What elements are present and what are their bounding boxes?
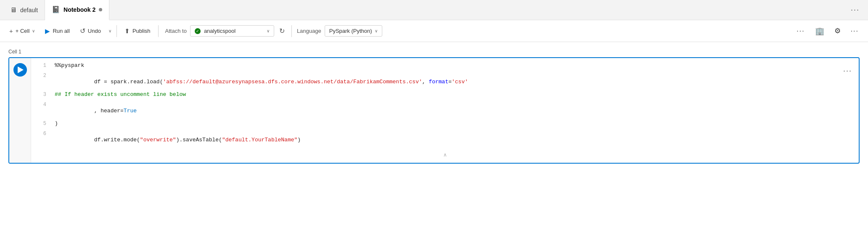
line-4-code[interactable]: , header=True — [55, 101, 137, 120]
line-num-2: 2 — [36, 73, 46, 79]
line-num-1: 1 — [36, 63, 46, 69]
divider-2 — [158, 25, 159, 37]
code-line-6: 6 df.write.mode("overwrite").saveAsTable… — [31, 130, 859, 149]
undo-icon: ↺ — [80, 27, 85, 35]
line-6-code[interactable]: df.write.mode("overwrite").saveAsTable("… — [55, 130, 301, 149]
code-line-3: 3 ## If header exists uncomment line bel… — [31, 91, 859, 101]
tab-notebook2[interactable]: 📓 Notebook 2 — [45, 0, 109, 20]
run-triangle-icon — [18, 66, 24, 73]
collapse-icon: ∧ — [443, 152, 447, 158]
attach-section: Attach to analyticspool ∨ — [165, 25, 274, 37]
code-line-5: 5 ) — [31, 120, 859, 130]
run-icon: ▶ — [45, 27, 50, 35]
line-num-6: 6 — [36, 131, 46, 137]
refresh-button[interactable]: ↻ — [276, 24, 288, 37]
line-1-code[interactable]: %%pyspark — [55, 62, 84, 69]
notebook-icon: 📓 — [52, 5, 60, 13]
cell-dropdown-arrow: ∨ — [32, 29, 35, 33]
toolbar: + + Cell ∨ ▶ Run all ↺ Undo ∨ ⬆ Publish … — [0, 20, 868, 42]
pool-dropdown[interactable]: analyticspool ∨ — [190, 25, 274, 37]
toolbar-end-more-button[interactable]: ··· — [847, 25, 863, 37]
line-num-3: 3 — [36, 92, 46, 98]
cell-code-area: ··· 1 %%pyspark 2 df = spark.read.load('… — [31, 58, 859, 163]
add-cell-label: + Cell — [16, 28, 30, 34]
settings-button[interactable]: ⚙ — [830, 24, 845, 38]
undo-dropdown-arrow: ∨ — [108, 29, 111, 33]
pool-dropdown-arrow: ∨ — [267, 29, 270, 33]
cell-label: Cell 1 — [8, 49, 860, 55]
tab-default-label: default — [20, 7, 38, 13]
toolbar-end-more-icon: ··· — [851, 27, 859, 35]
tab-notebook2-label: Notebook 2 — [64, 6, 95, 13]
tab-bar-more-button[interactable]: ··· — [846, 2, 865, 18]
spark-advisor-button[interactable]: 🏢 — [811, 24, 828, 38]
code-line-4: 4 , header=True — [31, 101, 859, 120]
notebook-cell: ··· 1 %%pyspark 2 df = spark.read.load('… — [8, 57, 860, 164]
publish-button[interactable]: ⬆ Publish — [120, 25, 155, 37]
language-value-label: PySpark (Python) — [329, 28, 372, 34]
language-section: Language PySpark (Python) ∨ — [297, 25, 382, 37]
pool-status-icon — [195, 28, 201, 34]
undo-label: Undo — [88, 28, 101, 34]
line-num-5: 5 — [36, 121, 46, 127]
plus-icon: + — [9, 27, 13, 34]
main-content: Cell 1 ··· 1 %%pyspark 2 — [0, 42, 868, 228]
attach-to-label: Attach to — [165, 28, 187, 34]
tab-default[interactable]: 🖥 default — [3, 0, 45, 20]
cell-options-button[interactable]: ··· — [843, 66, 852, 75]
cell-collapse-button[interactable]: ∧ — [31, 149, 859, 159]
code-line-1: 1 %%pyspark — [31, 62, 859, 72]
pool-name-label: analyticspool — [204, 28, 263, 34]
toolbar-more-icon: ··· — [797, 27, 804, 35]
line-2-code[interactable]: df = spark.read.load('abfss://default@az… — [55, 72, 468, 91]
tab-bar: 🖥 default 📓 Notebook 2 ··· — [0, 0, 868, 20]
toolbar-more-button[interactable]: ··· — [792, 25, 809, 37]
undo-dropdown-button[interactable]: ∨ — [107, 26, 113, 36]
publish-icon: ⬆ — [124, 27, 130, 35]
toolbar-end-buttons: ··· 🏢 ⚙ ··· — [792, 24, 863, 38]
tab-unsaved-dot — [99, 8, 102, 11]
monitor-icon: 🖥 — [10, 6, 17, 14]
code-line-2: 2 df = spark.read.load('abfss://default@… — [31, 72, 859, 91]
refresh-icon: ↻ — [279, 27, 285, 34]
run-all-button[interactable]: ▶ Run all — [41, 25, 74, 37]
language-dropdown-arrow: ∨ — [375, 29, 378, 33]
add-cell-button[interactable]: + + Cell ∨ — [5, 25, 39, 37]
language-label: Language — [297, 28, 321, 34]
settings-icon: ⚙ — [834, 27, 841, 35]
line-num-4: 4 — [36, 102, 46, 108]
divider-1 — [116, 25, 117, 37]
undo-button[interactable]: ↺ Undo — [76, 24, 105, 37]
line-3-code[interactable]: ## If header exists uncomment line below — [55, 91, 186, 98]
spark-advisor-icon: 🏢 — [815, 27, 824, 36]
publish-label: Publish — [132, 28, 151, 34]
run-all-label: Run all — [53, 28, 69, 34]
cell-run-button[interactable] — [13, 63, 27, 77]
divider-3 — [291, 25, 292, 37]
language-dropdown[interactable]: PySpark (Python) ∨ — [325, 25, 382, 37]
code-lines: 1 %%pyspark 2 df = spark.read.load('abfs… — [31, 62, 859, 149]
cell-run-bar — [9, 58, 31, 163]
line-5-code[interactable]: ) — [55, 120, 58, 127]
